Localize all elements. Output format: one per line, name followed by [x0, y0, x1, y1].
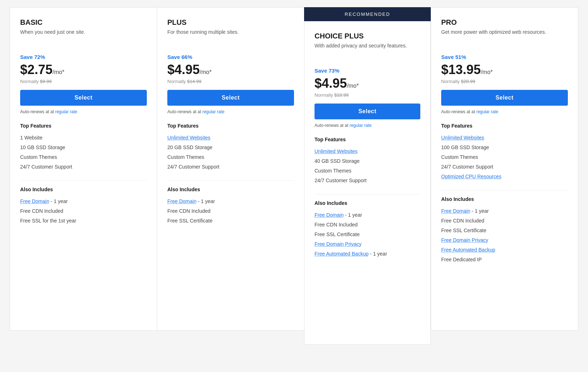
also-item: Free SSL Certificate: [167, 216, 294, 226]
section-divider: [20, 180, 147, 181]
also-includes-title: Also Includes: [441, 196, 568, 202]
feature-link[interactable]: Unlimited Websites: [441, 135, 484, 141]
also-link[interactable]: Free Domain: [20, 198, 49, 204]
feature-item: 10 GB SSD Storage: [20, 143, 147, 152]
top-features-list: Unlimited Websites100 GB SSD StorageCust…: [441, 133, 568, 182]
also-includes-list: Free Domain - 1 yearFree CDN IncludedFre…: [20, 197, 147, 226]
pricing-container: BASICWhen you need just one site.Save 72…: [10, 7, 578, 345]
also-includes-list: Free Domain - 1 yearFree CDN IncludedFre…: [315, 210, 420, 259]
feature-item: Unlimited Websites: [167, 133, 294, 143]
feature-item: Custom Themes: [441, 152, 568, 162]
plan-desc: Get more power with optimized web resour…: [441, 29, 568, 47]
plan-price: $2.75/mo*: [20, 62, 147, 77]
also-item: Free SSL Certificate: [441, 226, 568, 235]
top-features-title: Top Features: [20, 123, 147, 129]
plan-name: PRO: [441, 18, 568, 27]
also-item: Free SSL for the 1st year: [20, 216, 147, 226]
also-item: Free Domain - 1 year: [315, 210, 420, 220]
also-link[interactable]: Free Domain: [315, 212, 344, 218]
plan-desc: With added privacy and security features…: [315, 42, 420, 61]
feature-item: 24/7 Customer Support: [315, 176, 420, 185]
feature-item: 24/7 Customer Support: [20, 162, 147, 172]
also-item: Free Automated Backup: [441, 245, 568, 255]
plan-price: $13.95/mo*: [441, 62, 568, 77]
also-link[interactable]: Free Automated Backup: [315, 251, 368, 257]
feature-link[interactable]: Unlimited Websites: [167, 135, 211, 141]
also-item: Free SSL Certificate: [315, 230, 420, 239]
recommended-banner: RECOMMENDED: [304, 7, 431, 21]
original-price: $9.99: [40, 79, 52, 84]
plan-card-choice-plus: CHOICE PLUSWith added privacy and securi…: [304, 21, 431, 345]
select-button-basic[interactable]: Select: [20, 90, 147, 106]
price-period: /mo*: [53, 69, 64, 75]
plan-price: $4.95/mo*: [167, 62, 294, 77]
regular-rate-link[interactable]: regular rate: [349, 123, 371, 128]
regular-rate-link[interactable]: regular rate: [55, 109, 77, 114]
plan-desc: When you need just one site.: [20, 29, 147, 47]
also-item: Free Domain - 1 year: [441, 206, 568, 216]
plan-card-basic: BASICWhen you need just one site.Save 72…: [10, 7, 157, 331]
plan-card-plus: PLUSFor those running multiple sites.Sav…: [157, 7, 304, 331]
plan-card-pro: PROGet more power with optimized web res…: [431, 7, 578, 331]
section-divider: [315, 194, 420, 194]
also-link[interactable]: Free Domain: [167, 198, 196, 204]
price-period: /mo*: [347, 83, 359, 89]
also-link[interactable]: Free Domain Privacy: [315, 241, 362, 247]
plan-name: PLUS: [167, 18, 294, 27]
auto-renew-text: Auto-renews at at regular rate: [315, 123, 420, 128]
also-link[interactable]: Free Automated Backup: [441, 247, 495, 253]
select-button-plus[interactable]: Select: [167, 90, 294, 106]
also-link[interactable]: Free Domain Privacy: [441, 237, 488, 243]
normal-price: Normally $14.99: [167, 79, 294, 84]
feature-item: Unlimited Websites: [315, 147, 420, 156]
also-includes-list: Free Domain - 1 yearFree CDN IncludedFre…: [167, 197, 294, 226]
feature-link[interactable]: Optimized CPU Resources: [441, 174, 501, 179]
also-item: Free CDN Included: [441, 216, 568, 226]
normal-price: Normally $9.99: [20, 79, 147, 84]
also-item: Free Domain Privacy: [441, 235, 568, 245]
auto-renew-text: Auto-renews at at regular rate: [20, 109, 147, 114]
top-features-title: Top Features: [167, 123, 294, 129]
also-item: Free Domain - 1 year: [167, 197, 294, 206]
save-badge: Save 51%: [441, 54, 568, 60]
feature-item: 40 GB SSD Storage: [315, 156, 420, 166]
plan-name: BASIC: [20, 18, 147, 27]
also-item: Free Domain Privacy: [315, 239, 420, 249]
feature-link[interactable]: Unlimited Websites: [315, 148, 358, 154]
feature-item: Unlimited Websites: [441, 133, 568, 143]
feature-item: Custom Themes: [315, 166, 420, 176]
top-features-title: Top Features: [315, 137, 420, 142]
feature-item: Custom Themes: [20, 152, 147, 162]
save-badge: Save 72%: [20, 54, 147, 60]
feature-item: 100 GB SSD Storage: [441, 143, 568, 152]
also-link[interactable]: Free Domain: [441, 208, 470, 214]
select-button-pro[interactable]: Select: [441, 90, 568, 106]
also-includes-title: Also Includes: [20, 187, 147, 192]
normal-price: Normally $18.99: [315, 92, 420, 98]
feature-item: 1 Website: [20, 133, 147, 143]
save-badge: Save 66%: [167, 54, 294, 60]
regular-rate-link[interactable]: regular rate: [476, 109, 498, 114]
also-item: Free CDN Included: [20, 206, 147, 216]
save-badge: Save 73%: [315, 68, 420, 74]
regular-rate-link[interactable]: regular rate: [202, 109, 224, 114]
plan-price: $4.95/mo*: [315, 76, 420, 91]
top-features-list: Unlimited Websites40 GB SSD StorageCusto…: [315, 147, 420, 185]
top-features-list: 1 Website10 GB SSD StorageCustom Themes2…: [20, 133, 147, 172]
price-period: /mo*: [200, 69, 212, 75]
also-item: Free CDN Included: [167, 206, 294, 216]
also-item: Free CDN Included: [315, 220, 420, 230]
section-divider: [441, 190, 568, 190]
feature-item: 24/7 Customer Support: [167, 162, 294, 172]
plan-name: CHOICE PLUS: [315, 32, 420, 40]
section-divider: [167, 180, 294, 181]
also-includes-title: Also Includes: [315, 200, 420, 206]
feature-item: 20 GB SSD Storage: [167, 143, 294, 152]
auto-renew-text: Auto-renews at at regular rate: [441, 109, 568, 114]
also-includes-list: Free Domain - 1 yearFree CDN IncludedFre…: [441, 206, 568, 265]
select-button-choice-plus[interactable]: Select: [315, 104, 420, 119]
feature-item: Optimized CPU Resources: [441, 172, 568, 182]
also-includes-title: Also Includes: [167, 187, 294, 192]
price-period: /mo*: [481, 69, 493, 75]
normal-price: Normally $28.99: [441, 79, 568, 84]
